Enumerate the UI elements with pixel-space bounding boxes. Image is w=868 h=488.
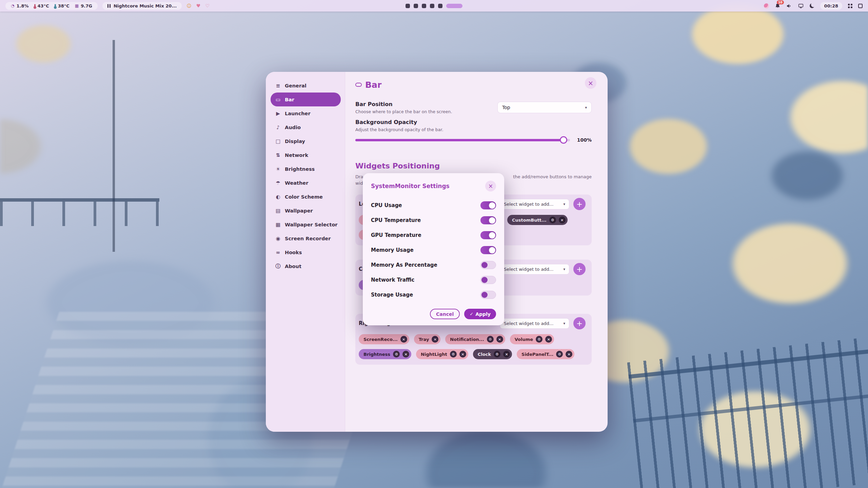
sidebar-item-brightness[interactable]: ☀ Brightness: [271, 162, 341, 176]
widget-remove-button[interactable]: ×: [432, 336, 438, 343]
night-light-icon[interactable]: [810, 3, 814, 8]
sidebar-item-hooks[interactable]: ∞ Hooks: [271, 245, 341, 259]
dialog-header: SystemMonitor Settings ×: [371, 181, 496, 191]
widget-chip-label: Notification...: [450, 337, 484, 342]
window-close-button[interactable]: ×: [585, 77, 596, 89]
widget-chip-notification[interactable]: Notification... ⚙ ×: [445, 334, 505, 344]
widget-remove-button[interactable]: ×: [400, 336, 407, 343]
widget-settings-button[interactable]: ⚙: [549, 217, 556, 223]
right-widgets-add-button[interactable]: +: [573, 317, 586, 329]
workspace-dot-5[interactable]: [438, 4, 442, 8]
sidebar-item-screen-recorder[interactable]: ◉ Screen Recorder: [271, 231, 341, 245]
app-launcher-icon[interactable]: [848, 4, 852, 8]
workspace-dot-1[interactable]: [406, 4, 410, 8]
volume-button[interactable]: [786, 3, 792, 9]
center-widgets-add-dropdown[interactable]: Select widget to add... ▾: [500, 264, 569, 274]
left-widgets-add-button[interactable]: +: [573, 198, 586, 210]
sidebar-item-network[interactable]: ⇅ Network: [271, 148, 341, 162]
widget-settings-button[interactable]: ⚙: [536, 336, 542, 343]
emoji-picker-icon[interactable]: ☺: [186, 3, 192, 8]
workspace-dot-4[interactable]: [430, 4, 434, 8]
sidebar-item-audio[interactable]: ♪ Audio: [271, 120, 341, 134]
widget-chip-custombutton[interactable]: CustomButt... ⚙ ×: [507, 215, 568, 225]
heart-outline-icon[interactable]: ♡: [205, 3, 210, 8]
add-dropdown-placeholder: Select widget to add...: [504, 267, 553, 272]
workspace-active-pill[interactable]: [446, 4, 462, 8]
sidebar-item-label: Screen Recorder: [285, 236, 331, 241]
widget-chip-sidepaneltoggle[interactable]: SidePanelT... ⚙ ×: [517, 349, 574, 359]
sidebar-item-bar[interactable]: ▭ Bar: [271, 93, 341, 106]
sidebar-item-display[interactable]: □ Display: [271, 134, 341, 148]
sidebar-item-general[interactable]: ≡ General: [271, 79, 341, 93]
widget-remove-button[interactable]: ×: [559, 217, 566, 223]
sidebar-item-color-scheme[interactable]: ◐ Color Scheme: [271, 190, 341, 204]
widget-chip-nightlight[interactable]: NightLight ⚙ ×: [416, 349, 468, 359]
sidebar-item-wallpaper[interactable]: ▤ Wallpaper: [271, 204, 341, 218]
widget-settings-button[interactable]: ⚙: [494, 351, 500, 358]
notifications-button[interactable]: 10: [775, 3, 781, 9]
toggle-label: Memory As Percentage: [371, 262, 437, 268]
bar-position-dropdown[interactable]: Top ▾: [497, 102, 592, 113]
widget-settings-button[interactable]: ⚙: [393, 351, 400, 358]
cpu-usage-toggle[interactable]: [480, 201, 496, 209]
widget-remove-button[interactable]: ×: [496, 336, 503, 343]
settings-sidebar: ≡ General ▭ Bar ▶ Launcher ♪ Audio □ Dis…: [266, 72, 345, 432]
widget-remove-button[interactable]: ×: [503, 351, 510, 358]
workspace-dot-2[interactable]: [414, 4, 418, 8]
clock[interactable]: 00:28: [820, 2, 842, 10]
sidebar-item-weather[interactable]: ☂ Weather: [271, 176, 341, 190]
widget-chip-label: Clock: [478, 352, 491, 357]
heart-icon[interactable]: ♥: [196, 3, 201, 8]
widget-remove-button[interactable]: ×: [566, 351, 572, 358]
media-player-module[interactable]: Nightcore Music Mix 20...: [102, 2, 182, 10]
opacity-slider-thumb[interactable]: [560, 136, 567, 144]
apply-button[interactable]: ✓ Apply: [464, 309, 496, 319]
widget-chip-label: Brightness: [363, 352, 390, 357]
memory-as-percentage-toggle[interactable]: [480, 261, 496, 269]
dialog-toggle-list: CPU Usage CPU Temperature GPU Temperatur…: [371, 200, 496, 300]
sidebar-item-wallpaper-selector[interactable]: ▦ Wallpaper Selector: [271, 218, 341, 231]
cpu-temperature-toggle[interactable]: [480, 216, 496, 224]
widget-chip-brightness[interactable]: Brightness ⚙ ×: [359, 349, 411, 359]
widget-settings-button[interactable]: ⚙: [487, 336, 494, 343]
opacity-slider[interactable]: [355, 139, 570, 141]
dialog-close-button[interactable]: ×: [485, 181, 496, 191]
widget-settings-button[interactable]: ⚙: [450, 351, 457, 358]
sidebar-item-label: General: [285, 83, 307, 88]
toggle-row-storage-usage: Storage Usage: [371, 290, 496, 300]
widget-remove-button[interactable]: ×: [545, 336, 552, 343]
cancel-button[interactable]: Cancel: [430, 309, 460, 319]
center-widgets-add-button[interactable]: +: [573, 263, 586, 275]
wallpaper-icon: ▤: [275, 208, 281, 214]
opacity-value: 100%: [575, 137, 592, 143]
widget-chip-tray[interactable]: Tray ×: [414, 334, 441, 344]
screen-share-button[interactable]: [798, 3, 804, 9]
right-widgets-add-dropdown[interactable]: Select widget to add... ▾: [500, 318, 569, 329]
dashboard-icon[interactable]: [858, 4, 863, 8]
status-bar-right: 10 00:28: [764, 2, 863, 10]
sidebar-item-about[interactable]: ⓘ About: [271, 259, 341, 273]
system-stats-module[interactable]: ◔ 1.8% 43°C 38°C ▦ 9.7G: [5, 2, 98, 10]
chevron-down-icon: ▾: [563, 202, 565, 206]
memory-stat: ▦ 9.7G: [75, 3, 92, 8]
network-traffic-toggle[interactable]: [480, 276, 496, 284]
gpu-temperature-toggle[interactable]: [480, 231, 496, 239]
toggle-row-cpu-temperature: CPU Temperature: [371, 215, 496, 225]
memory-value: 9.7G: [81, 3, 92, 8]
toggle-label: Network Traffic: [371, 277, 414, 283]
widget-settings-button[interactable]: ⚙: [556, 351, 563, 358]
widget-remove-button[interactable]: ×: [402, 351, 409, 358]
workspace-dot-3[interactable]: [422, 4, 426, 8]
sidebar-item-launcher[interactable]: ▶ Launcher: [271, 106, 341, 120]
gpu-temp-stat: 38°C: [55, 3, 70, 8]
memory-usage-toggle[interactable]: [480, 246, 496, 254]
sidebar-item-label: Bar: [285, 97, 294, 102]
widget-chip-screenrecorder[interactable]: ScreenReco... ×: [359, 334, 409, 344]
widget-remove-button[interactable]: ×: [459, 351, 466, 358]
widget-chip-clock[interactable]: Clock ⚙ ×: [473, 349, 512, 359]
storage-usage-toggle[interactable]: [480, 291, 496, 299]
left-widgets-add-dropdown[interactable]: Select widget to add... ▾: [500, 199, 569, 209]
widget-chip-volume[interactable]: Volume ⚙ ×: [510, 334, 554, 344]
color-picker-icon[interactable]: [764, 3, 769, 8]
memory-icon: ▦: [75, 3, 79, 8]
